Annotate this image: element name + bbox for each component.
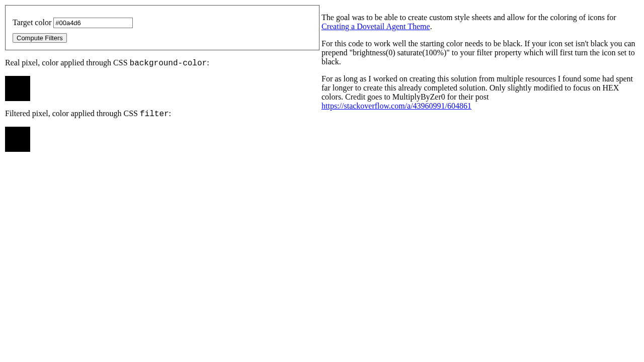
filtered-pixel-swatch bbox=[5, 127, 30, 152]
real-pixel-swatch bbox=[5, 76, 30, 101]
filtered-pixel-prefix: Filtered pixel, color applied through CS… bbox=[5, 109, 140, 118]
filtered-pixel-suffix: : bbox=[169, 109, 171, 118]
target-color-label: Target color bbox=[13, 18, 51, 27]
compute-filters-button[interactable]: Compute Filters bbox=[13, 33, 67, 43]
stackoverflow-link[interactable]: https://stackoverflow.com/a/43960991/604… bbox=[321, 102, 471, 110]
intro-paragraph: The goal was to be able to create custom… bbox=[321, 13, 639, 31]
filtered-pixel-code: filter bbox=[140, 110, 169, 119]
filtered-pixel-caption: Filtered pixel, color applied through CS… bbox=[5, 109, 319, 119]
right-column: The goal was to be able to create custom… bbox=[320, 5, 639, 152]
intro-suffix: . bbox=[430, 22, 432, 31]
credits-text: For as long as I worked on creating this… bbox=[321, 74, 633, 101]
requirements-paragraph: For this code to work well the starting … bbox=[321, 39, 639, 66]
real-pixel-prefix: Real pixel, color applied through CSS bbox=[5, 58, 130, 67]
left-column: Target color Compute Filters Real pixel,… bbox=[5, 5, 320, 152]
credits-paragraph: For as long as I worked on creating this… bbox=[321, 74, 639, 111]
real-pixel-caption: Real pixel, color applied through CSS ba… bbox=[5, 58, 319, 68]
dovetail-theme-link[interactable]: Creating a Dovetail Agent Theme bbox=[321, 22, 430, 31]
real-pixel-code: background-color bbox=[130, 59, 207, 68]
intro-text: The goal was to be able to create custom… bbox=[321, 13, 616, 22]
real-pixel-suffix: : bbox=[207, 58, 209, 67]
color-form: Target color Compute Filters bbox=[5, 5, 319, 50]
target-color-input[interactable] bbox=[53, 18, 133, 28]
